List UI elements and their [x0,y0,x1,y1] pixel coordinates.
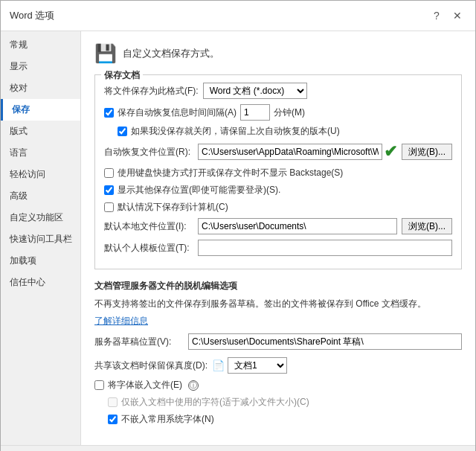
title-bar-left: Word 选项 [10,9,54,22]
backstage-label[interactable]: 使用键盘快捷方式打开或保存文件时不显示 Backstage(S) [118,167,343,179]
not-embed-checkbox[interactable] [108,415,118,424]
backstage-checkbox[interactable] [104,168,114,178]
show-other-row: 显示其他保存位置(即使可能需要登录)(S). [104,184,452,196]
offline-group: 文档管理服务器文件的脱机编辑选项 不再支持将签出的文件保存到服务器草稿。签出的文… [94,280,462,350]
default-computer-checkbox[interactable] [104,202,114,212]
autosave-sub-checkbox[interactable] [118,127,127,136]
show-other-label[interactable]: 显示其他保存位置(即使可能需要登录)(S). [118,184,280,196]
default-template-label: 默认个人模板位置(T): [104,242,193,255]
preserve-label: 共享该文档时保留保真度(D): [94,359,208,372]
sidebar-item-addins[interactable]: 加载项 [1,250,80,272]
main-content: 💾 自定义文档保存方式。 保存文档 将文件保存为此格式(F): Word 文档 … [81,31,475,445]
default-local-input[interactable] [198,218,397,234]
save-doc-group: 保存文档 将文件保存为此格式(F): Word 文档 (*.docx) 保存自动… [94,74,462,269]
server-draft-label: 服务器草稿位置(V): [94,336,184,348]
autorecover-label: 自动恢复文件位置(R): [104,146,193,159]
save-doc-label: 保存文档 [101,69,143,82]
default-template-row: 默认个人模板位置(T): [104,240,452,256]
title-bar: Word 选项 ? ✕ [1,1,475,31]
offline-desc: 不再支持将签出的文件保存到服务器草稿。签出的文件将被保存到 Office 文档缓… [94,297,462,310]
sidebar-item-save[interactable]: 保存 [1,99,80,121]
show-other-checkbox[interactable] [104,185,114,195]
autosave-checkbox[interactable] [104,108,114,118]
save-icon: 💾 [94,43,117,64]
sidebar-item-trustcenter[interactable]: 信任中心 [1,272,80,293]
autosave-interval-input[interactable] [240,104,270,121]
sidebar-item-display[interactable]: 显示 [1,56,80,77]
preserve-header-row: 共享该文档时保留保真度(D): 📄 文档1 [94,357,462,374]
embed-fonts-row: 将字体嵌入文件(E) ⓘ [94,379,462,391]
not-embed-row: 不嵌入常用系统字体(N) [94,413,462,426]
title-bar-controls: ? ✕ [428,7,466,25]
sidebar-item-quickaccess[interactable]: 快速访问工具栏 [1,228,80,250]
autorecover-input-wrap: ✔ [198,142,397,161]
sidebar-item-proofing[interactable]: 校对 [1,77,80,99]
dialog-word-options: Word 选项 ? ✕ 常规显示校对保存版式语言轻松访问高级自定义功能区快速访问… [0,0,476,451]
sidebar-item-language[interactable]: 版式 [1,121,80,142]
section-title: 自定义文档保存方式。 [123,47,219,60]
default-template-input[interactable] [198,240,452,256]
offline-title: 文档管理服务器文件的脱机编辑选项 [94,280,462,292]
server-draft-row: 服务器草稿位置(V): [94,333,462,350]
default-computer-label[interactable]: 默认情况下保存到计算机(C) [118,201,228,214]
autosave-sub-label[interactable]: 如果我没保存就关闭，请保留上次自动恢复的版本(U) [131,125,340,138]
autosave-row: 保存自动恢复信息时间间隔(A) 分钟(M) [104,104,452,121]
default-local-label: 默认本地文件位置(I): [104,220,193,233]
help-button[interactable]: ? [428,7,446,25]
embed-used-label[interactable]: 仅嵌入文档中使用的字符(适于减小文件大小)(C) [121,396,309,409]
sidebar-item-accessibility[interactable]: 轻松访问 [1,164,80,185]
backstage-row: 使用键盘快捷方式打开或保存文件时不显示 Backstage(S) [104,167,452,179]
doc-dropdown-wrap: 📄 文档1 [212,357,287,374]
footer: 确定 取消 [1,445,475,451]
embed-fonts-label[interactable]: 将字体嵌入文件(E) [108,379,182,391]
embed-used-checkbox[interactable] [108,397,118,407]
sidebar-item-language2[interactable]: 语言 [1,142,80,164]
format-label: 将文件保存为此格式(F): [104,85,199,97]
server-draft-input[interactable] [188,333,462,350]
autorecover-input[interactable] [198,144,382,160]
default-computer-row: 默认情况下保存到计算机(C) [104,201,452,214]
format-row: 将文件保存为此格式(F): Word 文档 (*.docx) [104,83,452,99]
dialog-title: Word 选项 [10,9,54,22]
preserve-group: 共享该文档时保留保真度(D): 📄 文档1 将字体嵌入文件(E) ⓘ [94,357,462,426]
default-local-row: 默认本地文件位置(I): 浏览(B)... [104,218,452,234]
sidebar: 常规显示校对保存版式语言轻松访问高级自定义功能区快速访问工具栏加载项信任中心 [1,31,81,445]
sidebar-item-general[interactable]: 常规 [1,34,80,56]
sidebar-item-customize[interactable]: 自定义功能区 [1,207,80,228]
section-header: 💾 自定义文档保存方式。 [94,43,462,64]
dialog-body: 常规显示校对保存版式语言轻松访问高级自定义功能区快速访问工具栏加载项信任中心 💾… [1,31,475,445]
close-button[interactable]: ✕ [448,7,466,25]
autorecover-browse-btn[interactable]: 浏览(B)... [402,144,452,160]
autosave-unit: 分钟(M) [274,106,305,119]
format-select[interactable]: Word 文档 (*.docx) [203,83,307,99]
autosave-label[interactable]: 保存自动恢复信息时间间隔(A) [118,106,237,119]
not-embed-label[interactable]: 不嵌入常用系统字体(N) [121,413,214,426]
checkmark-icon: ✔ [384,142,397,161]
autorecover-row: 自动恢复文件位置(R): ✔ 浏览(B)... [104,142,452,161]
embed-fonts-checkbox[interactable] [94,380,104,390]
default-local-browse-btn[interactable]: 浏览(B)... [402,218,452,234]
autosave-sub-row: 如果我没保存就关闭，请保留上次自动恢复的版本(U) [104,125,452,138]
doc-icon: 📄 [212,359,225,371]
doc-dropdown[interactable]: 文档1 [228,357,287,374]
sidebar-item-advanced[interactable]: 高级 [1,185,80,207]
offline-link[interactable]: 了解详细信息 [94,316,148,326]
info-icon[interactable]: ⓘ [188,380,199,391]
embed-used-row: 仅嵌入文档中使用的字符(适于减小文件大小)(C) [94,396,462,409]
